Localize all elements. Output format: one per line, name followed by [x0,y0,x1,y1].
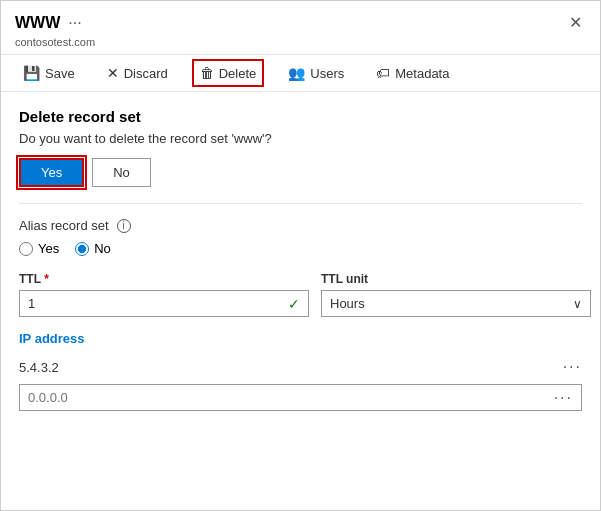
metadata-icon: 🏷 [376,65,390,81]
ttl-unit-select[interactable]: Hours ∨ [321,290,591,317]
alias-section: Alias record set i [19,218,582,233]
ip-new-more-button[interactable]: ··· [546,389,581,407]
confirm-yes-button[interactable]: Yes [19,158,84,187]
delete-question: Do you want to delete the record set 'ww… [19,131,582,146]
save-label: Save [45,66,75,81]
delete-section: Delete record set Do you want to delete … [19,108,582,187]
ip-section: IP address 5.4.3.2 ··· ··· [19,331,582,411]
confirm-buttons: Yes No [19,158,582,187]
save-icon: 💾 [23,65,40,81]
ip-existing-more-button[interactable]: ··· [563,358,582,376]
alias-label: Alias record set [19,218,109,233]
ttl-unit-value: Hours [330,296,573,311]
chevron-down-icon: ∨ [573,297,582,311]
ttl-check-icon: ✓ [280,296,308,312]
ttl-unit-group: TTL unit Hours ∨ [321,272,591,317]
discard-button[interactable]: ✕ Discard [99,59,176,87]
alias-no-input[interactable] [75,242,89,256]
users-button[interactable]: 👥 Users [280,59,352,87]
save-button[interactable]: 💾 Save [15,59,83,87]
delete-icon: 🗑 [200,65,214,81]
confirm-no-button[interactable]: No [92,158,151,187]
ttl-required-star: * [44,272,49,286]
ttl-unit-label: TTL unit [321,272,591,286]
metadata-label: Metadata [395,66,449,81]
alias-no-label: No [94,241,111,256]
ttl-label: TTL * [19,272,309,286]
ttl-row: TTL * ✓ TTL unit Hours ∨ [19,272,582,317]
users-label: Users [310,66,344,81]
ttl-input-wrapper: ✓ [19,290,309,317]
ip-new-input[interactable] [20,385,546,410]
title-bar: WWW ··· ✕ [1,1,600,36]
discard-icon: ✕ [107,65,119,81]
ip-header: IP address [19,331,582,346]
discard-label: Discard [124,66,168,81]
close-button[interactable]: ✕ [565,11,586,34]
delete-section-title: Delete record set [19,108,582,125]
metadata-button[interactable]: 🏷 Metadata [368,59,457,87]
ip-existing-row: 5.4.3.2 ··· [19,354,582,380]
alias-yes-radio[interactable]: Yes [19,241,59,256]
alias-no-radio[interactable]: No [75,241,111,256]
delete-label: Delete [219,66,257,81]
ip-new-row: ··· [19,384,582,411]
window-subtitle: contosotest.com [1,36,600,54]
alias-yes-label: Yes [38,241,59,256]
main-content: Delete record set Do you want to delete … [1,92,600,427]
window-title: WWW [15,14,60,32]
toolbar: 💾 Save ✕ Discard 🗑 Delete 👥 Users 🏷 Meta… [1,54,600,92]
users-icon: 👥 [288,65,305,81]
ip-existing-value: 5.4.3.2 [19,360,59,375]
delete-button[interactable]: 🗑 Delete [192,59,265,87]
section-divider [19,203,582,204]
alias-info-icon[interactable]: i [117,219,131,233]
alias-yes-input[interactable] [19,242,33,256]
alias-radio-group: Yes No [19,241,582,256]
window-more-options[interactable]: ··· [68,14,81,32]
ttl-input[interactable] [20,291,280,316]
ttl-group: TTL * ✓ [19,272,309,317]
